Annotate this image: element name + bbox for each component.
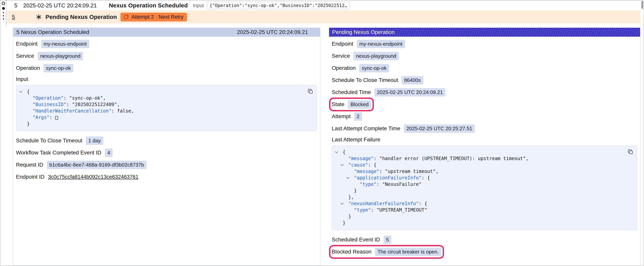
field-row: Last Attempt Complete Time2025-02-25 UTC… [332, 124, 637, 133]
json-line: } [334, 188, 625, 194]
json-line: "message": "handler error (UPSTREAM_TIME… [334, 155, 625, 162]
field-row: StateBlocked [332, 100, 637, 108]
json-line: } [18, 121, 305, 127]
field-value-chip: 2 [354, 112, 362, 121]
field-row: Workflow Task Completed Event ID4 [16, 149, 317, 157]
field-label: Workflow Task Completed Event ID [16, 150, 101, 156]
event-detail-panels: 5 Nexus Operation Scheduled 2025-02-25 U… [13, 28, 640, 265]
json-lines: {"message": "handler error (UPSTREAM_TIM… [334, 149, 625, 226]
json-line: "Operation": "sync-op-ok", [18, 95, 305, 101]
copy-button[interactable] [627, 149, 634, 155]
json-line: "BusinessID": "20250225122409", [18, 101, 305, 108]
field-list: Schedule To Close Timeout1 dayWorkflow T… [16, 137, 317, 181]
json-lines: {"Operation": "sync-op-ok","BusinessID":… [18, 89, 305, 127]
event-input-preview-chip: {"Operation":"sync-op-ok","BusinessID":"… [207, 2, 350, 9]
timeline-dot-icon [3, 18, 4, 20]
vertical-scrollbar-thumb[interactable] [642, 1, 643, 9]
field-row: Schedule To Close Timeout1 day [16, 137, 317, 145]
panel-title: 5 Nexus Operation Scheduled [16, 29, 89, 35]
timeline-dot-icon [3, 12, 4, 13]
field-row: Operationsync-op-ok [16, 64, 317, 72]
timeline-open-node-icon [2, 2, 5, 5]
event-row-nexus-operation-scheduled[interactable]: 5 2025-02-25 UTC 20:24:09.21 Nexus Opera… [7, 1, 640, 11]
field-row: Servicenexus-playground [16, 52, 317, 60]
field-value-chip: Blocked [348, 100, 371, 109]
pending-operation-panel-header: Pending Nexus Operation [329, 28, 640, 37]
attempt-retry-badge-label: Attempt 2 · Next Retry [131, 14, 184, 20]
pending-operation-panel: Pending Nexus Operation Endpointmy-nexus… [329, 28, 640, 265]
field-label: Attempt [332, 113, 350, 120]
field-label: Schedule To Close Timeout [332, 77, 398, 83]
annotation-highlight: Blocked ReasonThe circuit breaker is ope… [332, 248, 441, 256]
pending-event-id-link[interactable]: 5 [12, 14, 15, 20]
field-value-chip: my-nexus-endpoint [41, 40, 89, 48]
event-input-label: Input [193, 3, 204, 9]
json-line: } [334, 220, 625, 226]
json-line: { [18, 89, 305, 95]
json-line: "Args": [18, 114, 305, 121]
json-line: }, [334, 194, 625, 200]
field-label: Endpoint ID [16, 174, 44, 180]
panel-title: Pending Nexus Operation [332, 29, 395, 35]
copy-button[interactable] [307, 88, 314, 94]
timeline-dot-icon [3, 15, 4, 16]
json-line: "applicationFailureInfo": { [334, 175, 625, 181]
field-value-chip: The circuit breaker is open. [375, 248, 441, 256]
field-list: Endpointmy-nexus-endpointServicenexus-pl… [16, 40, 317, 72]
field-label: Service [332, 53, 350, 59]
field-row: Servicenexus-playground [332, 52, 637, 60]
field-row: Schedule To Close Timeout86400s [332, 76, 637, 84]
field-row: Request IDb1c6a4bc-8ee7-468a-9169-df3b02… [16, 161, 317, 169]
event-timestamp: 2025-02-25 UTC 20:24:09.21 [23, 2, 97, 9]
copy-icon [307, 88, 314, 94]
field-label: Service [16, 53, 34, 59]
json-line: } [334, 213, 625, 220]
panel-timestamp: 2025-02-25 UTC 20:24:09.21 [237, 29, 317, 35]
field-label: Endpoint [16, 41, 38, 47]
input-json-viewer: {"Operation": "sync-op-ok","BusinessID":… [16, 85, 317, 131]
field-row: Endpoint ID3c0c75ccfa8144b092c13ce632463… [16, 173, 317, 181]
field-value-chip: 2025-02-25 UTC 20:25:27.51 [404, 124, 475, 133]
attempt-retry-badge: Attempt 2 · Next Retry [120, 13, 187, 22]
field-label: Schedule To Close Timeout [16, 137, 82, 144]
field-row: Endpointmy-nexus-endpoint [16, 40, 317, 48]
field-list: Scheduled Event ID5Blocked ReasonThe cir… [332, 235, 637, 256]
json-line: "nexusHandlerFailureInfo": { [334, 200, 625, 207]
refresh-icon [123, 14, 129, 20]
field-label: Scheduled Event ID [332, 236, 380, 243]
field-value-chip: 2025-02-25 UTC 20:24:09.21 [374, 88, 446, 97]
field-value-chip: b1c6a4bc-8ee7-468a-9169-df3b02c8737b [47, 161, 146, 169]
field-label: State [332, 101, 344, 107]
field-value-chip: 86400s [402, 76, 423, 84]
field-value-chip: nexus-playground [38, 52, 83, 60]
pending-nexus-operation-row[interactable]: 5 Pending Nexus Operation Attempt 2 · Ne… [7, 11, 640, 24]
field-label: Endpoint [332, 41, 354, 47]
json-line: "type": "NexusFailure" [334, 181, 625, 188]
field-value-chip: nexus-playground [354, 52, 399, 60]
event-title: Nexus Operation Scheduled [109, 2, 188, 9]
scheduled-event-panel-body: Endpointmy-nexus-endpointServicenexus-pl… [13, 37, 320, 265]
json-line: { [334, 149, 625, 155]
collapse-chevron-icon[interactable] [341, 202, 344, 205]
annotation-highlight: StateBlocked [332, 100, 371, 109]
field-label: Operation [16, 65, 40, 71]
field-label: Last Attempt Complete Time [332, 125, 400, 132]
collapse-chevron-icon[interactable] [346, 176, 349, 179]
collapse-chevron-icon[interactable] [335, 151, 338, 153]
json-line: "type": "UPSTREAM_TIMEOUT" [334, 207, 625, 213]
field-value-chip: sync-op-ok [359, 64, 389, 72]
field-value-chip: my-nexus-endpoint [357, 40, 405, 48]
field-value-chip: 5 [384, 235, 392, 244]
field-row: Attempt2 [332, 112, 637, 121]
field-value-link[interactable]: 3c0c75ccfa8144b092c13ce632463761 [48, 174, 138, 180]
field-row: Scheduled Time2025-02-25 UTC 20:24:09.21 [332, 88, 637, 96]
field-value-chip: sync-op-ok [44, 64, 73, 72]
pending-title: Pending Nexus Operation [46, 14, 117, 20]
failure-json-viewer: {"message": "handler error (UPSTREAM_TIM… [332, 145, 637, 230]
collapse-chevron-icon[interactable] [20, 90, 22, 93]
collapse-chevron-icon[interactable] [341, 163, 344, 166]
json-line: "HandlerWaitForCancellation": false, [18, 108, 305, 114]
failure-section-label: Last Attempt Failure [332, 137, 637, 143]
workflow-event-history-page: 5 2025-02-25 UTC 20:24:09.21 Nexus Opera… [0, 0, 644, 266]
pending-operation-panel-body: Endpointmy-nexus-endpointServicenexus-pl… [329, 37, 640, 265]
